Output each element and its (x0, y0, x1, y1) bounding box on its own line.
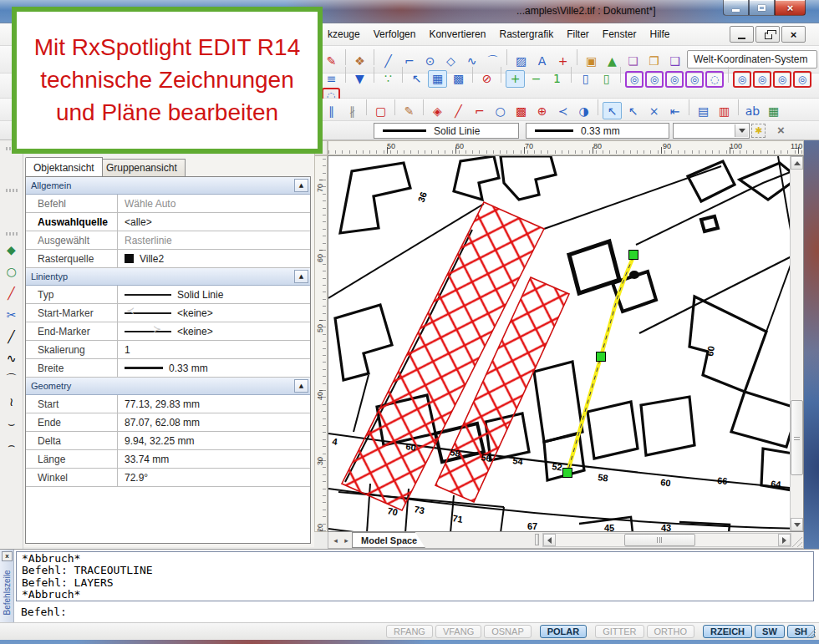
vectorize-line-icon[interactable]: ╱ (2, 283, 22, 303)
property-row[interactable]: AusgewähltRasterlinie (26, 231, 310, 250)
vectorize-polygon-icon[interactable]: ◆ (2, 240, 22, 260)
close-button[interactable]: × (775, 0, 806, 16)
raster-window-icon[interactable]: ◎ (625, 71, 644, 88)
property-value[interactable]: 9.94, 32.25 mm (118, 435, 310, 447)
chevron-down-icon[interactable] (735, 124, 748, 137)
property-row[interactable]: Start-Marker<keine> (26, 304, 310, 322)
property-row[interactable]: Delta9.94, 32.25 mm (26, 432, 310, 450)
horizontal-scrollbar[interactable] (542, 533, 791, 547)
mdi-minimize-button[interactable] (730, 26, 754, 43)
sheet-prev-button[interactable]: ◂ (330, 535, 341, 546)
menu-item-rastergrafik[interactable]: Rastergrafik (492, 25, 560, 43)
property-row[interactable]: End-Marker<keine> (26, 322, 310, 341)
property-row[interactable]: TypSolid Linie (26, 286, 310, 304)
add-to-selection-icon[interactable]: + (506, 70, 525, 88)
vertical-scroll-thumb[interactable] (791, 400, 803, 475)
property-value[interactable]: 87.07, 62.08 mm (118, 417, 310, 428)
pick-select-icon[interactable]: ↖ (407, 70, 426, 88)
tool-disabled-5-icon[interactable]: ⌣ (2, 413, 22, 434)
linetype-select[interactable]: Solid Linie (374, 123, 519, 139)
window-deselect-icon[interactable]: ▩ (449, 70, 468, 88)
copy-to-layer-icon[interactable]: ▥ (715, 102, 734, 119)
trim-icon[interactable]: ⊕ (532, 102, 552, 119)
select-none-icon[interactable]: ⊘ (477, 70, 496, 88)
recognize-text-icon[interactable]: ab (743, 102, 762, 119)
collapse-section-button[interactable] (294, 270, 308, 283)
status-toggle-rzeich[interactable]: RZEICH (703, 625, 752, 638)
export-table-icon[interactable]: ▦ (764, 102, 783, 119)
property-row[interactable]: BefehlWähle Auto (26, 195, 310, 213)
raster-polygon-icon[interactable]: ◎ (645, 71, 664, 88)
property-value[interactable]: 0.33 mm (118, 363, 310, 374)
raster-circle-icon[interactable]: ◎ (685, 71, 704, 88)
drawing-canvas[interactable]: 60585654525860666447073716745436036 (328, 155, 804, 532)
selection-filter-icon[interactable]: ▼ (350, 70, 369, 88)
menu-item-konvertieren[interactable]: Konvertieren (422, 25, 492, 43)
edit-hatch-icon[interactable]: ▩ (511, 102, 531, 119)
remove-from-selection-icon[interactable]: − (526, 70, 546, 88)
resize-grip[interactable] (791, 535, 802, 547)
property-row[interactable]: Ende87.07, 62.08 mm (26, 413, 310, 432)
property-value[interactable]: 72.9° (118, 472, 310, 484)
extend-icon[interactable]: ≺ (553, 102, 572, 119)
property-value[interactable]: Rasterlinie (118, 235, 310, 246)
horizontal-scroll-thumb[interactable] (624, 534, 695, 546)
vector-subtract-icon[interactable]: ◎ (773, 71, 791, 88)
vector-window-icon[interactable]: ◎ (733, 71, 751, 88)
coordinate-system-select[interactable]: Welt-Koordinaten-System (687, 50, 817, 68)
property-row[interactable]: Auswahlquelle<alle> (26, 213, 310, 231)
select-page-new-icon[interactable]: ▯ (597, 70, 616, 88)
tool-disabled-3-icon[interactable]: ⌒ (2, 370, 22, 390)
format-bar-close-button[interactable]: × (777, 123, 785, 138)
property-row[interactable]: Start77.13, 29.83 mm (26, 395, 310, 413)
property-row[interactable]: RasterquelleVille2 (26, 250, 310, 268)
vertical-scrollbar[interactable] (790, 156, 803, 531)
scroll-down-button[interactable] (791, 518, 803, 531)
status-toggle-gitter[interactable]: GITTER (595, 625, 644, 638)
sheet-next-button[interactable]: ▸ (341, 535, 352, 546)
property-row[interactable]: Breite0.33 mm (26, 359, 310, 378)
edit-circle-icon[interactable]: ○ (491, 102, 510, 119)
multiline-alt-icon[interactable]: ∦ (343, 102, 362, 119)
property-value[interactable]: <alle> (118, 216, 310, 228)
property-value[interactable]: Ville2 (118, 253, 310, 265)
window-select-icon[interactable]: ▦ (428, 70, 447, 88)
property-value[interactable]: Solid Linie (118, 289, 310, 301)
property-value[interactable]: <keine> (118, 326, 310, 337)
style-select[interactable] (673, 123, 750, 139)
tab-model-space[interactable]: Model Space (352, 532, 425, 548)
maximize-button[interactable] (749, 0, 775, 16)
status-toggle-polar[interactable]: POLAR (540, 625, 588, 638)
tool-disabled-1-icon[interactable]: ╱ (2, 327, 22, 347)
menu-item-fenster[interactable]: Fenster (596, 25, 644, 43)
status-toggle-rfang[interactable]: RFANG (386, 625, 433, 638)
linewidth-select[interactable]: 0.33 mm (526, 123, 669, 139)
status-toggle-sw[interactable]: SW (755, 625, 785, 638)
command-prompt[interactable]: Befehl: (21, 606, 67, 618)
center-snap-icon[interactable]: ◈ (428, 102, 447, 119)
tab-gruppenansicht[interactable]: Gruppenansicht (98, 159, 186, 176)
single-selection-icon[interactable]: 1 (547, 70, 567, 88)
menu-item-filter[interactable]: Filter (560, 25, 596, 43)
vector-polygon-icon[interactable]: ◎ (753, 71, 771, 88)
select-nodes-icon[interactable]: ∵ (379, 70, 398, 88)
edit-polyline-icon[interactable]: ⌐ (470, 102, 489, 119)
grips-frame-icon[interactable]: ▢ (371, 102, 390, 119)
property-value[interactable]: Wähle Auto (118, 198, 310, 210)
scroll-up-button[interactable] (791, 156, 803, 170)
property-row[interactable]: Länge33.74 mm (26, 450, 310, 469)
vertex-stretch-icon[interactable]: ⇤ (665, 102, 684, 119)
scroll-right-button[interactable] (778, 534, 791, 546)
property-value[interactable]: 33.74 mm (118, 454, 310, 465)
vertex-move-icon[interactable]: ↖ (603, 102, 622, 119)
property-row[interactable]: Skalierung1 (26, 341, 310, 359)
snip-raster-icon[interactable]: ✂ (2, 305, 22, 325)
tab-objektansicht[interactable]: Objektansicht (25, 157, 103, 176)
collapse-section-button[interactable] (294, 179, 308, 192)
select-page-icon[interactable]: ▯ (576, 70, 595, 88)
raster-line-icon[interactable]: ◌ (705, 71, 724, 88)
status-toggle-osnap[interactable]: OSNAP (484, 625, 532, 638)
property-value[interactable]: <keine> (118, 307, 310, 319)
new-style-button[interactable]: ✱ (751, 124, 766, 138)
select-lines-icon[interactable]: ≡ (322, 70, 341, 88)
